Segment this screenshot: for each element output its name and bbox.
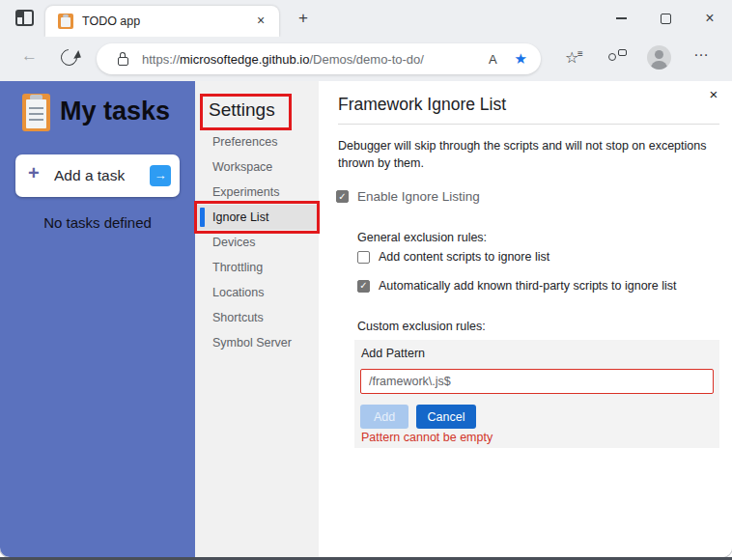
clipboard-line [29,119,43,121]
browser-tab[interactable]: TODO app × [45,6,279,37]
browser-toolbar: ← https://microsoftedge.github.io/Demos/… [0,37,732,81]
settings-nav-ignore-list-label: Ignore List [212,210,268,224]
url-text: https://microsoftedge.github.io/Demos/de… [142,52,424,67]
maximize-icon [661,14,671,24]
tab-bar: TODO app × + × [0,0,732,37]
essentials-head [608,53,616,61]
settings-more-icon[interactable]: … [693,42,710,60]
settings-nav-preferences[interactable]: Preferences [195,129,319,154]
general-rules-label: General exclusion rules: [357,231,487,244]
empty-tasks-message: No tasks defined [0,214,195,231]
refresh-icon[interactable] [58,46,81,70]
todo-sidebar: My tasks + Add a task → No tasks defined [0,81,195,557]
settings-nav-ignore-list[interactable]: Ignore List [195,205,319,230]
settings-nav-workspace[interactable]: Workspace [195,154,319,180]
browser-window: TODO app × + × ← https://microsoftedge.g… [0,0,732,557]
check-icon: ✓ [359,281,367,291]
custom-rules-label: Custom exclusion rules: [357,320,486,333]
read-aloud-icon[interactable]: A [489,52,497,67]
new-tab-button[interactable]: + [293,8,314,29]
third-party-row[interactable]: ✓ Automatically add known third-party sc… [357,279,676,293]
refresh-arrowhead [73,50,83,62]
profile-avatar[interactable] [647,45,671,70]
browser-essentials-icon[interactable] [607,49,627,67]
settings-nav-shortcuts[interactable]: Shortcuts [195,305,319,330]
pattern-input[interactable] [360,369,714,394]
selection-indicator [200,208,205,227]
settings-nav-locations[interactable]: Locations [195,280,319,305]
minimize-icon [616,17,627,19]
dialog-close-icon[interactable]: × [704,85,723,104]
settings-nav-symbol-server[interactable]: Symbol Server [195,330,319,355]
favorite-star-icon[interactable]: ★ [515,50,527,68]
third-party-checkbox[interactable]: ✓ [357,280,370,293]
lock-shackle [120,52,126,58]
title-divider [338,124,719,125]
favicon-paper [61,17,70,27]
pattern-error-message: Pattern cannot be empty [361,431,493,444]
clipboard-line [29,107,43,109]
check-icon: ✓ [338,192,346,202]
avatar-head [655,50,663,59]
address-bar[interactable]: https://microsoftedge.github.io/Demos/de… [97,43,541,74]
favicon-clip [63,14,69,17]
settings-nav-list: Preferences Workspace Experiments Ignore… [195,129,319,355]
essentials-bubble [618,49,627,56]
enable-ignore-listing-label: Enable Ignore Listing [357,189,480,204]
tab-close-icon[interactable]: × [252,13,269,30]
content-scripts-checkbox[interactable] [357,251,370,264]
ignore-list-panel: × Framework Ignore List Debugger will sk… [319,81,732,557]
url-path: /Demos/demo-to-do/ [309,52,424,67]
favorites-hub-icon[interactable]: ☆≡ [565,48,578,67]
settings-heading: Settings [209,99,275,121]
favorites-lines: ≡ [577,48,583,59]
minimize-button[interactable] [599,0,643,37]
add-button[interactable]: Add [360,405,408,429]
dialog-description: Debugger will skip through the scripts a… [338,137,726,172]
enable-ignore-listing-checkbox[interactable]: ✓ [336,190,349,203]
avatar-body [651,61,667,70]
settings-nav-devices[interactable]: Devices [195,230,319,255]
tab-actions-menu-icon[interactable] [15,10,34,26]
app-title: My tasks [60,97,170,126]
url-host: microsoftedge.github.io [180,52,309,67]
content-scripts-row[interactable]: Add content scripts to ignore list [357,250,549,264]
clipboard-line [29,113,43,115]
url-protocol: https:// [142,52,180,67]
back-icon[interactable]: ← [21,46,38,66]
settings-menu-panel: Settings Preferences Workspace Experimen… [195,81,319,557]
tab-favicon [58,14,73,29]
dialog-title: Framework Ignore List [338,95,506,115]
maximize-button[interactable] [643,0,688,37]
add-pattern-label: Add Pattern [361,347,425,360]
add-pattern-box: Add Pattern Add Cancel Pattern cannot be… [354,340,719,448]
add-task-label: Add a task [54,154,125,197]
close-window-icon: × [705,11,714,26]
lock-icon [118,57,128,66]
settings-nav-experiments[interactable]: Experiments [195,180,319,205]
settings-nav-throttling[interactable]: Throttling [195,255,319,280]
submit-task-button[interactable]: → [150,165,171,186]
plus-icon: + [28,162,40,184]
tab-title: TODO app [82,6,140,37]
cancel-button[interactable]: Cancel [416,405,476,429]
enable-ignore-listing-row[interactable]: ✓ Enable Ignore Listing [336,189,480,204]
clipboard-icon [22,94,50,131]
content-scripts-label: Add content scripts to ignore list [379,250,549,264]
third-party-label: Automatically add known third-party scri… [379,279,676,293]
tab-actions-divider [22,12,24,24]
close-window-button[interactable]: × [688,0,732,37]
window-controls: × [599,0,732,37]
add-task-field[interactable]: + Add a task → [15,154,180,197]
